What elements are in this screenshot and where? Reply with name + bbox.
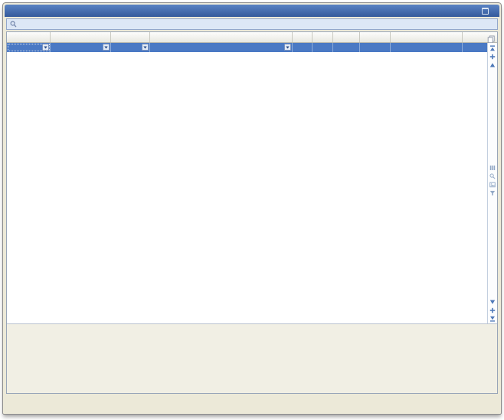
entry-cell-filler [463, 43, 487, 52]
entry-cell-menge[interactable] [293, 43, 313, 52]
scroll-up-icon[interactable] [489, 61, 497, 69]
table-search-icon[interactable] [489, 172, 497, 180]
column-header-artikelnummer[interactable] [51, 32, 111, 42]
column-header-buchungsdatum[interactable] [7, 32, 51, 42]
entry-cell-me[interactable] [313, 43, 333, 52]
entry-cell-gesamtbetrag[interactable] [391, 43, 463, 52]
column-header-gesamtbetrag[interactable] [391, 32, 463, 42]
table-grid [7, 43, 487, 324]
table-header [7, 32, 497, 43]
column-header-menge[interactable] [293, 32, 313, 42]
table-image-icon[interactable] [489, 181, 497, 189]
search-icon [10, 21, 17, 28]
entry-dropdown-button[interactable] [42, 44, 49, 51]
table-filter-icon[interactable] [489, 189, 497, 197]
title-bar [5, 5, 499, 17]
scroll-last-icon[interactable] [489, 315, 497, 323]
entry-dropdown-button[interactable] [284, 44, 291, 51]
summary-panel [7, 323, 497, 393]
entry-cell-preis[interactable] [333, 43, 360, 52]
insert-down-icon[interactable] [489, 307, 497, 314]
app-window [2, 2, 502, 415]
column-header-me[interactable] [313, 32, 333, 42]
search-bar[interactable] [6, 18, 498, 30]
new-entry-row[interactable] [7, 43, 487, 52]
column-header-pe[interactable] [360, 32, 391, 42]
scroll-first-icon[interactable] [489, 44, 497, 52]
scroll-down-icon[interactable] [489, 298, 497, 306]
column-header-text[interactable] [150, 32, 293, 42]
insert-up-icon[interactable] [489, 53, 497, 61]
entry-dropdown-button[interactable] [103, 44, 110, 51]
entry-cell-text[interactable] [150, 43, 293, 52]
entry-dropdown-button[interactable] [142, 44, 149, 51]
column-header-preis[interactable] [333, 32, 360, 42]
restore-icon[interactable] [482, 8, 489, 15]
view-columns-icon[interactable] [489, 164, 497, 172]
entry-cell-pe[interactable] [360, 43, 391, 52]
column-header-lager[interactable] [111, 32, 150, 42]
copy-icon[interactable] [487, 33, 496, 41]
bookings-table [6, 31, 498, 394]
table-scrollbar[interactable] [487, 43, 497, 324]
